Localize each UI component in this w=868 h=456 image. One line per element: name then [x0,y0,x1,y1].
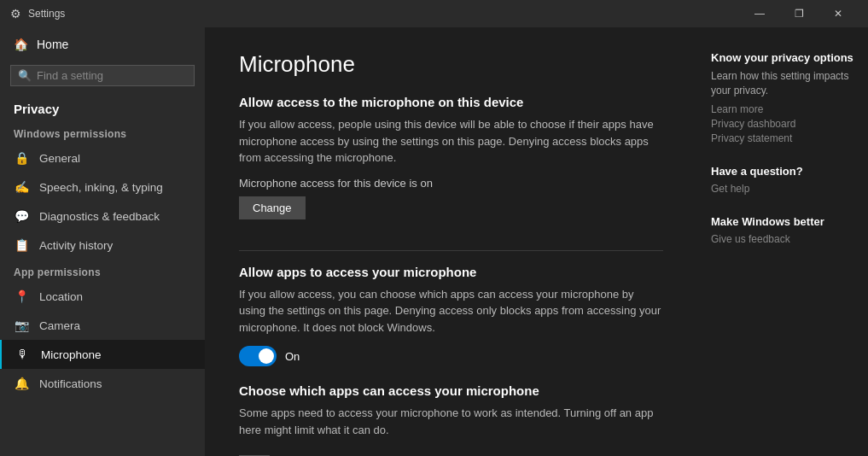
title-bar-title: Settings [28,8,65,20]
sidebar-item-microphone[interactable]: 🎙 Microphone [0,340,205,369]
restore-button[interactable]: ❐ [779,0,818,27]
allow-apps-toggle-label: On [285,350,300,363]
sidebar-item-label: Camera [39,319,80,332]
sidebar-item-home[interactable]: 🏠 Home [0,27,205,61]
toggle-knob [259,348,274,364]
right-question-title: Have a question? [711,165,854,178]
privacy-statement-link[interactable]: Privacy statement [711,132,854,144]
sidebar-item-speech[interactable]: ✍ Speech, inking, & typing [0,172,205,202]
page-title: Microphone [239,51,663,78]
notifications-icon: 🔔 [14,377,29,390]
change-button[interactable]: Change [239,196,306,219]
section3-desc: Some apps need to access your microphone… [239,405,663,438]
learn-more-link[interactable]: Learn more [711,103,854,115]
allow-apps-toggle-row: On [239,346,663,366]
title-bar-controls: — ❐ ✕ [740,0,858,27]
home-icon: 🏠 [14,38,28,51]
title-bar-left: ⚙ Settings [10,7,740,20]
sidebar-item-location[interactable]: 📍 Location [0,282,205,311]
section2-desc: If you allow access, you can choose whic… [239,286,663,336]
search-icon: 🔍 [18,69,32,82]
give-feedback-link[interactable]: Give us feedback [711,233,854,245]
diagnostics-icon: 💬 [14,209,29,223]
sidebar-item-label: General [39,152,80,165]
location-icon: 📍 [14,289,29,303]
settings-icon: ⚙ [10,7,21,20]
right-privacy-desc: Learn how this setting impacts your priv… [711,69,854,98]
search-box[interactable]: 🔍 [10,65,195,86]
sidebar: 🏠 Home 🔍 Privacy Windows permissions 🔒 G… [0,27,205,456]
camera-icon: 📷 [14,319,29,332]
right-section-privacy: Know your privacy options Learn how this… [711,51,854,144]
right-section-question: Have a question? Get help [711,165,854,195]
sidebar-item-label: Activity history [39,239,113,252]
divider1 [239,250,663,251]
right-section-windows: Make Windows better Give us feedback [711,215,854,245]
speech-icon: ✍ [14,180,29,194]
app-permissions-label: App permissions [0,260,205,282]
app-body: 🏠 Home 🔍 Privacy Windows permissions 🔒 G… [0,27,868,456]
section3-title: Choose which apps can access your microp… [239,383,663,398]
close-button[interactable]: ✕ [818,0,858,27]
home-label: Home [37,38,68,51]
windows-permissions-label: Windows permissions [0,121,205,143]
sidebar-item-camera[interactable]: 📷 Camera [0,311,205,340]
sidebar-item-label: Speech, inking, & typing [39,181,163,194]
main-content: Microphone Allow access to the microphon… [205,27,697,456]
microphone-icon: 🎙 [15,348,31,361]
sidebar-item-activity[interactable]: 📋 Activity history [0,231,205,260]
section1-title: Allow access to the microphone on this d… [239,95,663,109]
lock-icon: 🔒 [14,151,29,165]
minimize-button[interactable]: — [740,0,779,27]
privacy-dashboard-link[interactable]: Privacy dashboard [711,118,854,130]
privacy-label: Privacy [0,96,205,121]
sidebar-item-diagnostics[interactable]: 💬 Diagnostics & feedback [0,202,205,231]
right-privacy-title: Know your privacy options [711,51,854,64]
section2-title: Allow apps to access your microphone [239,265,663,279]
sidebar-item-label: Microphone [41,348,102,361]
sidebar-item-general[interactable]: 🔒 General [0,143,205,172]
allow-apps-toggle[interactable] [239,346,277,366]
sidebar-item-label: Diagnostics & feedback [39,210,160,223]
right-panel: Know your privacy options Learn how this… [697,27,868,456]
sidebar-item-notifications[interactable]: 🔔 Notifications [0,369,205,398]
get-help-link[interactable]: Get help [711,183,854,195]
section1-desc: If you allow access, people using this d… [239,116,663,167]
device-status: Microphone access for this device is on [239,177,663,190]
right-windows-title: Make Windows better [711,215,854,228]
search-input[interactable] [37,69,187,82]
sidebar-item-label: Notifications [39,377,102,390]
title-bar: ⚙ Settings — ❐ ✕ [0,0,868,27]
sidebar-item-label: Location [39,290,83,303]
app-list-item-camera: 📷 Camera On [239,448,663,456]
activity-icon: 📋 [14,238,29,252]
